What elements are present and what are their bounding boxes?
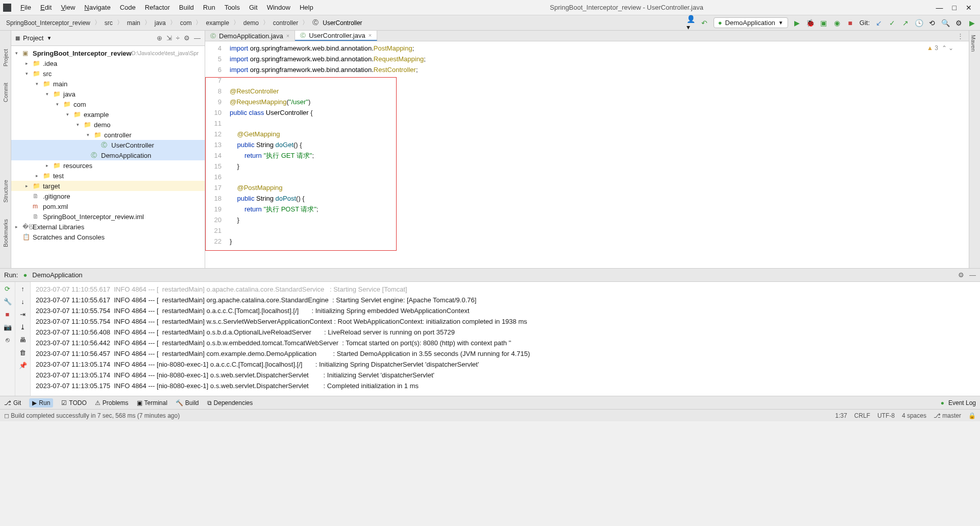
tool-git[interactable]: ⎇ Git [4,399,21,407]
tree-java[interactable]: ▾📁java [11,89,205,99]
chevron-down-icon[interactable]: ▼ [46,35,52,41]
status-branch[interactable]: ⎇ master [934,412,961,419]
tree-extlib[interactable]: ▸�役External Libraries [11,222,205,232]
crumb-project[interactable]: SpringBoot_Interceptor_review [4,19,92,27]
menu-help[interactable]: Help [296,2,317,13]
expand-icon[interactable]: ⇲ [166,34,172,42]
status-line-separator[interactable]: CRLF [854,412,870,419]
chevron-down-icon[interactable]: ⌄ [948,44,953,52]
tool-eventlog[interactable]: Event Log [948,399,976,407]
crumb-controller[interactable]: controller [271,19,300,27]
tab-demoapplication[interactable]: Ⓒ DemoApplication.java × [205,31,295,41]
search-icon[interactable]: 🔍 [941,19,949,27]
menu-run[interactable]: Run [199,2,219,13]
tree-root[interactable]: ▾▣SpringBoot_Interceptor_review D:\Java\… [11,48,205,58]
pin-icon[interactable]: 📌 [19,362,27,369]
status-indent[interactable]: 4 spaces [902,412,926,419]
tree-com[interactable]: ▾📁com [11,99,205,109]
tool-terminal[interactable]: ▣ Terminal [137,399,167,407]
git-history-icon[interactable]: 🕓 [915,19,923,27]
gear-icon[interactable]: ⚙ [958,271,964,279]
maximize-icon[interactable]: □ [952,4,957,12]
tree-demo[interactable]: ▾📁demo [11,119,205,130]
crumb-src[interactable]: src [103,19,115,27]
rerun-icon[interactable]: ⟳ [5,285,10,293]
camera-icon[interactable]: 📷 [4,323,12,331]
menu-view[interactable]: View [57,2,79,13]
coverage-icon[interactable]: ▣ [820,19,828,27]
tab-usercontroller[interactable]: Ⓒ UserController.java × [295,31,377,41]
tool-bookmarks[interactable]: Bookmarks [2,216,10,250]
tool-todo[interactable]: ☑ TODO [61,399,86,407]
tree-pom[interactable]: mpom.xml [11,201,205,211]
tree-test[interactable]: ▸📁test [11,171,205,181]
tool-structure[interactable]: Structure [2,177,10,206]
lock-icon[interactable]: 🔒 [968,412,976,419]
tool-run[interactable]: ▶ Run [29,398,53,408]
run-config-selector[interactable]: ● DemoApplication ▼ [714,17,788,28]
stop-icon[interactable]: ■ [6,310,10,318]
run-anything-icon[interactable]: ▶ [968,19,976,27]
git-commit-icon[interactable]: ✓ [888,19,896,27]
menu-code[interactable]: Code [116,2,140,13]
stop-icon[interactable]: ■ [846,19,854,27]
tool-deps[interactable]: ⧉ Dependencies [207,399,253,407]
collapse-icon[interactable]: ÷ [176,34,180,42]
menu-build[interactable]: Build [175,2,198,13]
profile-icon[interactable]: ◉ [833,19,841,27]
run-icon[interactable]: ▶ [793,19,801,27]
tree-resources[interactable]: ▸📁resources [11,160,205,171]
tool-project[interactable]: Project [2,46,10,69]
tree-target[interactable]: ▸📁target [11,181,205,191]
crumb-com[interactable]: com [178,19,194,27]
scroll-icon[interactable]: ⤓ [20,323,26,331]
crumb-main[interactable]: main [125,19,142,27]
menu-tools[interactable]: Tools [220,2,244,13]
status-cursor-pos[interactable]: 1:37 [835,412,847,419]
git-push-icon[interactable]: ↗ [901,19,910,27]
code-editor[interactable]: import org.springframework.web.bind.anno… [226,41,969,268]
menu-refactor[interactable]: Refactor [141,2,174,13]
trash-icon[interactable]: 🗑 [19,349,26,356]
tree-src[interactable]: ▾📁src [11,68,205,79]
select-opened-icon[interactable]: ⊕ [157,34,162,42]
tool-commit[interactable]: Commit [2,80,10,105]
tree-example[interactable]: ▾📁example [11,109,205,119]
chevron-up-icon[interactable]: ⌃ [942,44,947,52]
back-icon[interactable]: ↶ [700,19,708,27]
exit-icon[interactable]: ⎋ [6,336,10,344]
tree-demoapp[interactable]: ⒸDemoApplication [11,150,205,160]
tool-maven[interactable]: Maven [969,31,977,56]
gear-icon[interactable]: ⚙ [184,34,190,42]
menu-edit[interactable]: Edit [36,2,56,13]
tree-iml[interactable]: 🗎SpringBoot_Interceptor_review.iml [11,211,205,222]
console-output[interactable]: 2023-07-07 11:10:55.617 INFO 4864 --- [ … [31,282,980,396]
close-tab-icon[interactable]: × [369,32,372,38]
tree-main[interactable]: ▾📁main [11,79,205,89]
crumb-demo[interactable]: demo [241,19,261,27]
git-revert-icon[interactable]: ⟲ [928,19,936,27]
tree-idea[interactable]: ▸📁.idea [11,58,205,68]
tool-build[interactable]: 🔨 Build [176,399,199,407]
print-icon[interactable]: 🖶 [19,336,26,344]
tree-gitignore[interactable]: 🗎.gitignore [11,191,205,201]
menu-git[interactable]: Git [245,2,262,13]
editor-body[interactable]: ▲ 3 ⌃ ⌄ 45678910111213141516171819202122… [205,41,969,268]
git-update-icon[interactable]: ↙ [875,19,883,27]
tool-problems[interactable]: ⚠ Problems [95,399,129,407]
tab-menu-icon[interactable]: ⋮ [957,32,964,40]
menu-window[interactable]: Window [263,2,295,13]
crumb-example[interactable]: example [204,19,231,27]
close-icon[interactable]: ✕ [966,4,972,12]
tree-usercontroller[interactable]: ⒸUserController [11,140,205,150]
crumb-class[interactable]: UserController [321,19,364,27]
project-tree[interactable]: ▾▣SpringBoot_Interceptor_review D:\Java\… [11,46,205,268]
wrap-icon[interactable]: ⇥ [20,310,26,318]
user-icon[interactable]: 👤▾ [687,19,695,27]
status-square-icon[interactable]: ◻ [4,412,9,419]
up-icon[interactable]: ↑ [21,285,24,293]
close-tab-icon[interactable]: × [286,33,289,39]
tree-controller[interactable]: ▾📁controller [11,130,205,140]
status-encoding[interactable]: UTF-8 [877,412,895,419]
tree-scratches[interactable]: 📋Scratches and Consoles [11,232,205,242]
